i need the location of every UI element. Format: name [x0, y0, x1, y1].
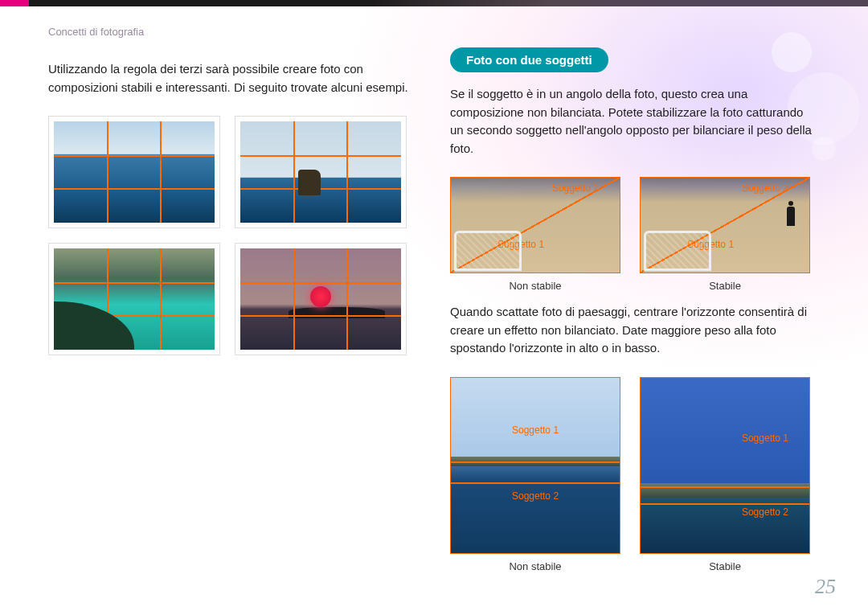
subject-2-label: Soggetto 2 [512, 490, 559, 502]
left-column: Concetti di fotografia Utilizzando la re… [48, 26, 418, 579]
subject-1-label: Soggetto 1 [742, 433, 788, 444]
subject-1-label: Soggetto 1 [687, 239, 734, 250]
sea-photo-pair: Soggetto 1 Soggetto 2 Non stabile Sogget… [450, 377, 820, 572]
section-pill: Foto con due soggetti [450, 47, 608, 72]
page-number: 25 [815, 575, 836, 599]
island [641, 483, 809, 498]
top-bar [0, 0, 868, 6]
photo-sea-unstable: Soggetto 1 Soggetto 2 [450, 377, 620, 554]
unstable-goal: Soggetto 2 Soggetto 1 Non stabile [450, 177, 620, 292]
caption-stable: Stabile [640, 280, 810, 292]
rule-of-thirds-grid [48, 116, 418, 355]
right-column: Foto con due soggetti Se il soggetto è i… [450, 26, 820, 579]
stable-goal: Soggetto 2 Soggetto 1 Stabile [640, 177, 810, 292]
two-subjects-paragraph: Se il soggetto è in un angolo della foto… [450, 85, 820, 158]
subject-2-label: Soggetto 2 [742, 506, 788, 518]
horizon-paragraph: Quando scattate foto di paesaggi, centra… [450, 303, 820, 358]
example-thumb [235, 116, 407, 228]
horizon-line [451, 461, 620, 463]
stable-sea: Soggetto 1 Soggetto 2 Stabile [640, 377, 810, 572]
subject-1-label: Soggetto 1 [512, 424, 559, 436]
top-accent [0, 0, 29, 6]
photo-ocean-rock [240, 121, 401, 223]
example-thumb [235, 243, 407, 355]
unstable-sea: Soggetto 1 Soggetto 2 Non stabile [450, 377, 620, 572]
photo-sea-stable: Soggetto 1 Soggetto 2 [640, 377, 810, 554]
photo-goal-unstable: Soggetto 2 Soggetto 1 [450, 177, 620, 273]
person-icon [787, 207, 795, 226]
subject-2-label: Soggetto 2 [742, 182, 788, 194]
goal-photo-pair: Soggetto 2 Soggetto 1 Non stabile Sogget… [450, 177, 820, 292]
photo-sunset [240, 248, 401, 350]
subject-2-label: Soggetto 2 [552, 182, 599, 194]
horizon-line [641, 503, 809, 505]
intro-paragraph: Utilizzando la regola dei terzi sarà pos… [48, 60, 418, 96]
caption-unstable: Non stabile [450, 280, 620, 292]
photo-lake [54, 248, 215, 350]
photo-ocean-horizon [54, 121, 215, 223]
example-thumb [48, 116, 220, 228]
caption-unstable: Non stabile [450, 560, 620, 572]
example-thumb [48, 243, 220, 355]
subject-1-label: Soggetto 1 [497, 239, 544, 250]
breadcrumb: Concetti di fotografia [48, 26, 418, 38]
photo-goal-stable: Soggetto 2 Soggetto 1 [640, 177, 810, 273]
caption-stable: Stabile [640, 560, 810, 572]
horizon-line [641, 486, 809, 488]
horizon-line [451, 482, 620, 484]
